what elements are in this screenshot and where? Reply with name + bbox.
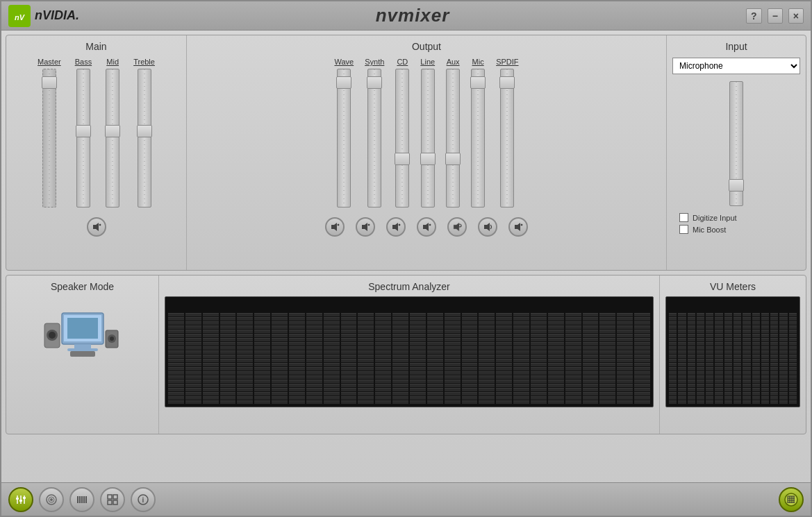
- spectrum-bar-segment: [289, 346, 305, 350]
- spectrum-bar-segment: [203, 375, 219, 379]
- spdif-mute-button[interactable]: [508, 217, 528, 237]
- spectrum-bar-segment: [617, 330, 633, 333]
- aux-slider-handle[interactable]: [445, 153, 461, 165]
- spectrum-bar-segment: [220, 388, 236, 391]
- spectrum-bar-segment: [617, 384, 633, 387]
- vu-bar-segment: [678, 330, 686, 333]
- vu-bar-segment: [697, 367, 704, 371]
- line-slider-track[interactable]: [421, 69, 435, 207]
- spectrum-bar-segment: [565, 346, 581, 350]
- digitize-input-checkbox[interactable]: [679, 213, 688, 222]
- window-controls: ? − ×: [746, 8, 804, 24]
- wave-slider-track[interactable]: [337, 69, 351, 207]
- aux-mute-button[interactable]: [447, 217, 467, 237]
- mid-slider-track[interactable]: [106, 69, 119, 207]
- cd-mute-button[interactable]: [386, 217, 406, 237]
- synth-slider-handle[interactable]: [367, 76, 382, 89]
- main-mute-button[interactable]: [87, 217, 106, 237]
- help-button[interactable]: ?: [746, 8, 762, 24]
- vu-bar-segment: [752, 396, 760, 400]
- spectrum-bar-segment: [513, 359, 529, 362]
- vu-bar-segment: [669, 338, 677, 341]
- input-source-select[interactable]: Microphone Line In CD Aux: [672, 58, 800, 74]
- spectrum-bar-segment: [513, 392, 529, 396]
- close-button[interactable]: ×: [788, 8, 804, 24]
- treble-slider-track[interactable]: [138, 69, 151, 207]
- treble-slider-handle[interactable]: [137, 125, 152, 137]
- aux-slider-track[interactable]: [446, 69, 460, 207]
- spectrum-bar-segment: [375, 325, 391, 329]
- mic-boost-checkbox[interactable]: [679, 225, 688, 234]
- vu-bar-segment: [761, 396, 769, 400]
- master-slider-track[interactable]: [42, 69, 56, 207]
- mic-mute-button[interactable]: [478, 217, 497, 237]
- line-mute-button[interactable]: [417, 217, 436, 237]
- spectrum-bar-segment: [599, 359, 615, 362]
- spectrum-bar-segment: [548, 313, 564, 316]
- mixer-button[interactable]: [8, 487, 33, 512]
- bass-slider-track[interactable]: [76, 69, 90, 207]
- cd-slider-col: CD: [395, 58, 409, 207]
- vu-bar-segment: [669, 355, 677, 358]
- spectrum-bar-segment: [203, 330, 219, 333]
- spectrum-bar-segment: [324, 388, 340, 391]
- bass-slider-handle[interactable]: [76, 125, 91, 137]
- vu-bar-segment: [761, 367, 769, 371]
- spectrum-bar-segment: [496, 342, 512, 346]
- vu-bar-col: [724, 313, 732, 404]
- spdif-slider-handle[interactable]: [499, 76, 515, 89]
- spectrum-bar-segment: [445, 359, 461, 362]
- spectrum-bar-segment: [445, 342, 461, 346]
- spectrum-bar-segment: [565, 384, 581, 387]
- vu-meters-title: VU Meters: [665, 281, 800, 292]
- input-slider-track[interactable]: [729, 81, 743, 206]
- spectrum-bar-segment: [324, 371, 340, 375]
- vu-bar-segment: [743, 334, 750, 337]
- spectrum-bar-segment: [324, 338, 340, 341]
- svg-point-19: [458, 224, 461, 227]
- svg-marker-17: [454, 223, 459, 231]
- spectrum-bar-segment: [513, 317, 529, 321]
- master-slider-handle[interactable]: [42, 76, 57, 89]
- spectrum-bar-segment: [583, 388, 599, 391]
- input-slider-handle[interactable]: [729, 179, 744, 192]
- spectrum-bar-segment: [410, 355, 426, 358]
- vu-bar-segment: [669, 350, 677, 354]
- minimize-button[interactable]: −: [768, 8, 783, 24]
- spectrum-bar-segment: [392, 338, 408, 341]
- spectrum-bar-segment: [427, 363, 443, 366]
- synth-slider-track[interactable]: [367, 69, 381, 207]
- synth-mute-button[interactable]: [356, 217, 375, 237]
- vu-bar-col: [669, 313, 677, 404]
- settings-button[interactable]: [100, 487, 125, 512]
- cd-slider-track[interactable]: [395, 69, 409, 207]
- spectrum-bar-segment: [583, 367, 599, 371]
- spectrum-bar-segment: [410, 367, 426, 371]
- wave-mute-button[interactable]: [325, 217, 345, 237]
- cd-slider-handle[interactable]: [395, 153, 410, 165]
- spectrum-bar-segment: [203, 367, 219, 371]
- spectrum-bar-segment: [599, 396, 615, 400]
- vu-bar-segment: [734, 313, 741, 316]
- equalizer-button[interactable]: [39, 487, 64, 512]
- info-button[interactable]: i: [131, 487, 156, 512]
- mic-slider-handle[interactable]: [470, 76, 486, 89]
- line-slider-handle[interactable]: [420, 153, 436, 165]
- vu-bar-segment: [761, 334, 769, 337]
- wave-slider-handle[interactable]: [336, 76, 351, 89]
- spdif-slider-track[interactable]: [500, 69, 514, 207]
- spectrum-bar-segment: [531, 367, 547, 371]
- spectrum-bar-segment: [237, 392, 253, 396]
- bass-slider-col: Bass: [75, 58, 92, 207]
- vu-bar-segment: [770, 367, 778, 371]
- grid-button[interactable]: [779, 487, 804, 512]
- vu-bar-col: [743, 313, 750, 404]
- mid-slider-handle[interactable]: [105, 125, 120, 137]
- mic-slider-track[interactable]: [471, 69, 485, 207]
- vu-bar-segment: [669, 400, 677, 404]
- vu-bar-segment: [761, 321, 769, 325]
- levels-button[interactable]: [69, 487, 94, 512]
- spectrum-bar-segment: [237, 371, 253, 375]
- vu-bar-segment: [779, 338, 787, 341]
- spectrum-bar-col: [306, 313, 322, 404]
